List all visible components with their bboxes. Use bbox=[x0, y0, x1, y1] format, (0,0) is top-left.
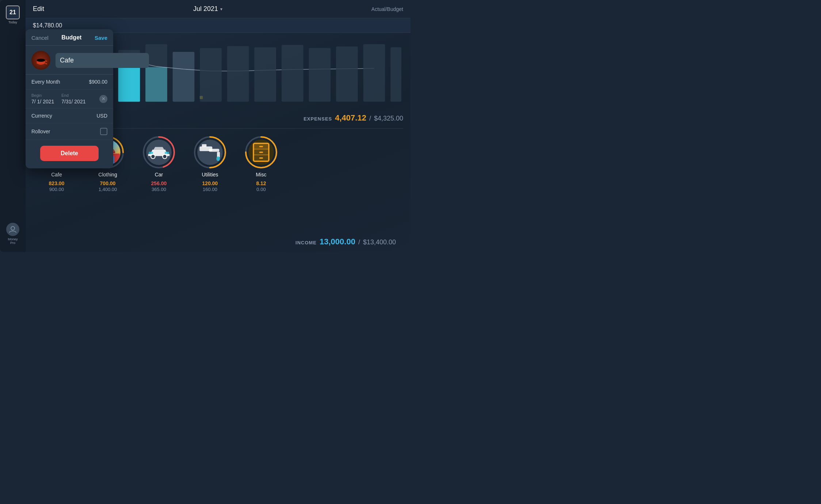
begin-value: 7/ 1/ 2021 bbox=[31, 99, 54, 104]
svg-rect-10 bbox=[145, 67, 167, 102]
category-misc[interactable]: Misc 8.12 0.00 bbox=[241, 136, 281, 192]
today-widget[interactable]: 21 Today bbox=[6, 5, 20, 24]
end-value: 7/31/ 2021 bbox=[61, 99, 85, 104]
rollover-label: Rollover bbox=[31, 129, 50, 134]
cancel-button[interactable]: Cancel bbox=[31, 35, 49, 41]
edit-panel-header: Cancel Budget Save bbox=[26, 29, 113, 46]
svg-rect-39 bbox=[165, 152, 169, 154]
expenses-budget-value: $4,325.00 bbox=[374, 115, 403, 122]
misc-image bbox=[248, 140, 274, 165]
misc-circle bbox=[245, 136, 278, 169]
close-dates-button[interactable]: ✕ bbox=[99, 95, 107, 103]
cafe-label: Cafe bbox=[51, 172, 62, 177]
currency-label: Currency bbox=[31, 113, 52, 119]
utilities-actual: 120.00 bbox=[202, 180, 218, 187]
rollover-row: Rollover bbox=[26, 123, 113, 140]
car-actual: 256.00 bbox=[151, 180, 167, 187]
misc-values: 8.12 0.00 bbox=[256, 180, 266, 192]
end-date-group: End 7/31/ 2021 bbox=[61, 93, 85, 104]
car-values: 256.00 365.00 bbox=[151, 180, 167, 192]
end-label: End bbox=[61, 93, 85, 98]
header-edit-label: Edit bbox=[33, 5, 44, 13]
svg-rect-13 bbox=[227, 46, 249, 102]
expenses-budget-separator: / bbox=[369, 115, 371, 122]
cafe-values: 823.00 900.00 bbox=[49, 180, 65, 192]
rollover-checkbox[interactable] bbox=[100, 128, 107, 135]
clothing-label: Clothing bbox=[98, 172, 117, 177]
svg-rect-46 bbox=[202, 144, 207, 147]
edit-panel: Cancel Budget Save Every Month bbox=[26, 29, 113, 168]
save-button[interactable]: Save bbox=[95, 35, 107, 41]
car-budget: 365.00 bbox=[151, 187, 167, 192]
category-utilities[interactable]: Utilities 120.00 160.00 bbox=[190, 136, 230, 192]
utilities-circle bbox=[194, 136, 226, 169]
misc-actual: 8.12 bbox=[256, 180, 266, 187]
edit-panel-title: Budget bbox=[61, 34, 81, 41]
misc-budget: 0.00 bbox=[256, 187, 266, 192]
car-circle bbox=[142, 136, 175, 169]
svg-rect-6 bbox=[173, 52, 195, 102]
today-label: Today bbox=[8, 20, 17, 24]
svg-rect-19 bbox=[390, 47, 401, 102]
currency-row: Currency USD bbox=[26, 108, 113, 123]
svg-rect-43 bbox=[209, 149, 219, 152]
svg-point-45 bbox=[217, 156, 220, 161]
svg-rect-18 bbox=[363, 44, 385, 102]
sidebar: 21 Today Money Pro bbox=[0, 0, 26, 252]
header-actual-budget: Actual/Budget bbox=[371, 6, 403, 12]
svg-rect-38 bbox=[149, 152, 153, 154]
svg-rect-55 bbox=[259, 157, 263, 159]
svg-rect-53 bbox=[259, 146, 263, 148]
money-pro-label: Money Pro bbox=[6, 237, 19, 245]
svg-point-60 bbox=[37, 59, 45, 61]
misc-label: Misc bbox=[256, 172, 267, 177]
edit-category-image bbox=[31, 51, 50, 70]
app-container: 21 Today Money Pro Edit Jul 2021 ▾ Actua… bbox=[0, 0, 410, 252]
income-budget-value: $13,400.00 bbox=[363, 238, 396, 246]
header-date-picker[interactable]: Jul 2021 ▾ bbox=[193, 5, 222, 13]
svg-point-0 bbox=[11, 226, 15, 230]
cafe-budget: 900.00 bbox=[49, 187, 65, 192]
frequency-row: Every Month $900.00 bbox=[26, 75, 113, 89]
utilities-label: Utilities bbox=[202, 172, 218, 177]
chevron-down-icon: ▾ bbox=[220, 7, 222, 12]
category-car[interactable]: Car 256.00 365.00 bbox=[139, 136, 179, 192]
income-label: INCOME bbox=[295, 240, 317, 245]
cafe-actual: 823.00 bbox=[49, 180, 65, 187]
clothing-budget: 1,400.00 bbox=[99, 187, 117, 192]
svg-point-37 bbox=[163, 154, 167, 159]
header-date-label: Jul 2021 bbox=[193, 5, 218, 13]
income-section: INCOME 13,000.00 / $13,400.00 bbox=[26, 237, 403, 247]
frequency-label: Every Month bbox=[31, 79, 60, 85]
today-number: 21 bbox=[9, 9, 16, 15]
today-calendar: 21 bbox=[6, 5, 20, 19]
svg-rect-54 bbox=[259, 152, 263, 153]
income-budget-sep: / bbox=[358, 238, 360, 246]
utilities-values: 120.00 160.00 bbox=[202, 180, 218, 192]
begin-label: Begin bbox=[31, 93, 54, 98]
balance-amount: $14,780.00 bbox=[33, 22, 62, 29]
svg-rect-12 bbox=[200, 48, 222, 102]
dates-row: Begin 7/ 1/ 2021 End 7/31/ 2021 ✕ bbox=[26, 89, 113, 108]
category-name-input[interactable] bbox=[56, 53, 149, 68]
clothing-actual: 700.00 bbox=[99, 180, 117, 187]
edit-category-row bbox=[26, 46, 113, 75]
money-pro-nav[interactable]: Money Pro bbox=[6, 223, 19, 245]
currency-value: USD bbox=[96, 113, 107, 119]
expenses-actual: 4,407.12 bbox=[335, 113, 366, 123]
svg-rect-17 bbox=[336, 46, 358, 102]
car-label: Car bbox=[155, 172, 163, 177]
svg-rect-16 bbox=[309, 48, 331, 102]
header: Edit Jul 2021 ▾ Actual/Budget bbox=[26, 0, 410, 18]
delete-button[interactable]: Delete bbox=[40, 146, 99, 161]
utilities-image bbox=[197, 140, 223, 165]
svg-rect-15 bbox=[282, 45, 303, 102]
svg-point-36 bbox=[151, 154, 155, 159]
clothing-values: 700.00 1,400.00 bbox=[99, 180, 117, 192]
utilities-budget: 160.00 bbox=[202, 187, 218, 192]
car-image bbox=[146, 140, 172, 165]
begin-date-group: Begin 7/ 1/ 2021 bbox=[31, 93, 54, 104]
expenses-label: EXPENSES bbox=[303, 116, 332, 122]
money-pro-avatar bbox=[6, 223, 19, 236]
income-actual: 13,000.00 bbox=[320, 237, 355, 247]
